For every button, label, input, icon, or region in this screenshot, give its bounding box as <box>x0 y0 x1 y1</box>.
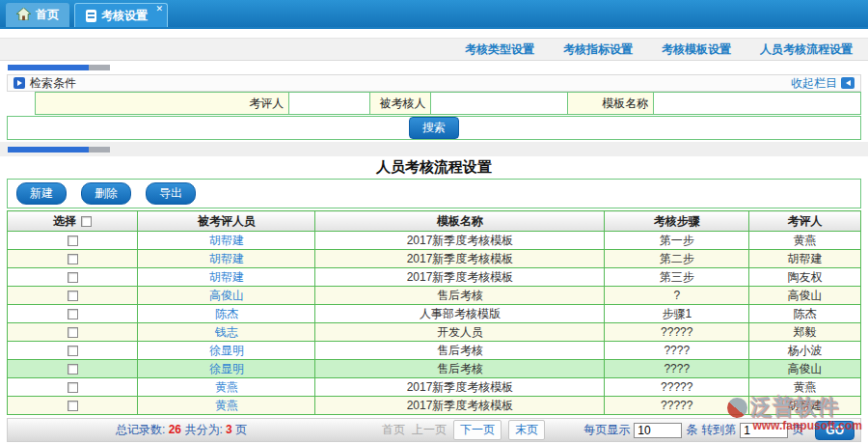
collapse-panel-button[interactable]: 收起栏目 <box>791 75 854 92</box>
nav-link-personnel-assessment-flow[interactable]: 人员考核流程设置 <box>760 42 853 58</box>
assessor-cell: 高俊山 <box>749 287 861 305</box>
assessee-link[interactable]: 钱志 <box>215 325 238 339</box>
select-cell <box>8 323 138 342</box>
step-cell: 步骤1 <box>605 305 749 323</box>
module-nav: 考核类型设置 考核指标设置 考核模板设置 人员考核流程设置 <box>0 38 868 61</box>
template-name-input[interactable] <box>654 93 860 114</box>
table-row: 陈杰人事部考核模版步骤1陈杰 <box>8 305 861 323</box>
tab-home[interactable]: 首页 <box>6 3 69 27</box>
assessee-cell: 陈杰 <box>138 305 315 323</box>
assessee-link[interactable]: 黄燕 <box>215 380 238 394</box>
collapse-label: 收起栏目 <box>791 75 837 92</box>
last-page-button[interactable]: 末页 <box>508 420 545 440</box>
template-cell: 售后考核 <box>315 342 605 360</box>
action-toolbar: 新建 删除 导出 <box>7 179 861 208</box>
expand-arrow-icon[interactable] <box>14 77 25 89</box>
table-row: 胡帮建2017新季度考核模板第二步胡帮建 <box>8 250 861 268</box>
assessor-column-header: 考评人 <box>749 211 861 232</box>
assessee-field-label: 被考核人 <box>370 93 431 114</box>
assessor-field <box>289 93 370 114</box>
select-cell <box>8 232 138 250</box>
table-body: 胡帮建2017新季度考核模板第一步黄燕胡帮建2017新季度考核模板第二步胡帮建胡… <box>8 232 861 415</box>
assessee-link[interactable]: 胡帮建 <box>209 234 244 247</box>
assessee-cell: 高俊山 <box>138 287 315 305</box>
prev-page-button[interactable]: 上一页 <box>412 422 447 438</box>
template-cell: 人事部考核模版 <box>315 305 605 323</box>
scroll-strip <box>0 142 868 156</box>
assessee-link[interactable]: 黄燕 <box>215 399 238 412</box>
goto-page-input[interactable] <box>740 423 788 438</box>
step-cell: ????? <box>605 323 749 342</box>
table-row: 胡帮建2017新季度考核模板第一步黄燕 <box>8 232 861 250</box>
tab-assessment-settings[interactable]: 考核设置 ✕ <box>74 3 168 27</box>
row-checkbox[interactable] <box>68 254 78 264</box>
select-cell <box>8 287 138 305</box>
go-button[interactable]: GO <box>815 421 854 440</box>
table-header-row: 选择 被考评人员 模板名称 考核步骤 考评人 <box>8 211 861 232</box>
step-cell: ? <box>605 287 749 305</box>
step-cell: ???? <box>605 360 749 378</box>
row-checkbox[interactable] <box>68 309 78 319</box>
page-size-controls: 每页显示 条 转到第 页 GO <box>583 421 860 440</box>
tab-close-icon[interactable]: ✕ <box>155 4 163 14</box>
assessor-cell: 黄燕 <box>749 232 861 250</box>
assessor-cell: 陈杰 <box>749 305 861 323</box>
horizontal-scrollbar-top[interactable] <box>8 65 110 70</box>
assessee-link[interactable]: 徐显明 <box>209 362 244 375</box>
assessor-cell: 郑毅 <box>749 323 861 342</box>
step-cell: ????? <box>605 397 749 415</box>
assessee-link[interactable]: 陈杰 <box>215 307 238 320</box>
table-row: 徐显明售后考核????高俊山 <box>8 360 861 378</box>
row-checkbox[interactable] <box>68 272 78 283</box>
template-cell: 售后考核 <box>315 360 605 378</box>
table-row: 徐显明售后考核????杨小波 <box>8 342 861 360</box>
new-button[interactable]: 新建 <box>16 182 67 205</box>
per-page-input[interactable] <box>634 423 682 438</box>
assessor-input[interactable] <box>289 93 369 114</box>
row-checkbox[interactable] <box>68 364 78 375</box>
assessor-field-label: 考评人 <box>36 93 289 114</box>
select-column-header: 选择 <box>8 211 138 232</box>
template-cell: 2017新季度考核模板 <box>315 378 605 397</box>
home-icon <box>16 8 31 23</box>
template-cell: 开发人员 <box>315 323 605 342</box>
assessor-cell: 陶友权 <box>749 268 861 287</box>
row-checkbox[interactable] <box>68 382 78 393</box>
assessee-link[interactable]: 胡帮建 <box>209 270 244 284</box>
search-panel-header: 检索条件 收起栏目 <box>7 74 861 92</box>
assessee-input[interactable] <box>431 93 567 114</box>
select-cell <box>8 360 138 378</box>
assessor-cell: 胡帮建 <box>749 397 861 415</box>
select-cell <box>8 378 138 397</box>
export-button[interactable]: 导出 <box>146 182 196 205</box>
horizontal-scrollbar-middle[interactable] <box>8 147 110 153</box>
assessee-link[interactable]: 胡帮建 <box>209 252 244 265</box>
table-row: 黄燕2017新季度考核模板?????黄燕 <box>8 378 861 397</box>
assessee-link[interactable]: 徐显明 <box>209 344 244 357</box>
template-name-field <box>654 93 860 114</box>
delete-button[interactable]: 删除 <box>81 182 131 205</box>
row-checkbox[interactable] <box>68 327 78 338</box>
nav-link-assessment-template[interactable]: 考核模板设置 <box>662 42 731 58</box>
page-count: 3 <box>226 423 232 436</box>
row-checkbox[interactable] <box>68 291 78 301</box>
goto-label: 转到第 <box>701 422 736 438</box>
nav-link-assessment-type[interactable]: 考核类型设置 <box>465 42 534 58</box>
row-checkbox[interactable] <box>68 346 78 356</box>
select-cell <box>8 268 138 287</box>
select-all-checkbox[interactable] <box>81 216 92 227</box>
row-checkbox[interactable] <box>68 401 78 411</box>
pagination-bar: 总记录数: 26 共分为: 3 页 首页 上一页 下一页 末页 每页显示 条 转… <box>7 418 861 442</box>
assessee-cell: 钱志 <box>138 323 315 342</box>
next-page-button[interactable]: 下一页 <box>453 420 502 440</box>
assessment-flow-table: 选择 被考评人员 模板名称 考核步骤 考评人 胡帮建2017新季度考核模板第一步… <box>7 210 861 415</box>
tab-home-label: 首页 <box>36 7 59 23</box>
assessee-cell: 胡帮建 <box>138 250 315 268</box>
nav-link-assessment-indicator[interactable]: 考核指标设置 <box>563 42 633 58</box>
search-button[interactable]: 搜索 <box>409 117 459 139</box>
first-page-button[interactable]: 首页 <box>382 422 405 438</box>
per-page-label: 每页显示 <box>583 422 630 438</box>
select-cell <box>8 305 138 323</box>
assessee-link[interactable]: 高俊山 <box>209 289 244 302</box>
row-checkbox[interactable] <box>68 236 78 246</box>
